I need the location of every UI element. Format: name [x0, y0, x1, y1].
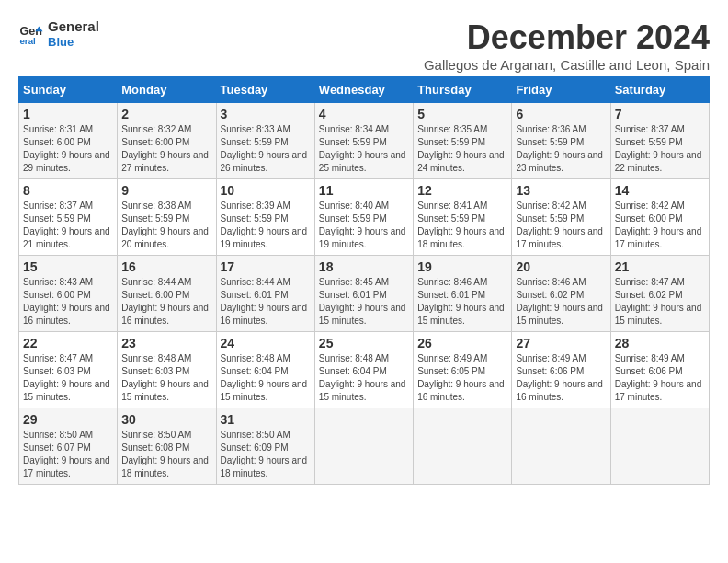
calendar-cell: 16 Sunrise: 8:44 AMSunset: 6:00 PMDaylig… — [118, 256, 216, 332]
calendar-cell: 24 Sunrise: 8:48 AMSunset: 6:04 PMDaylig… — [216, 332, 314, 408]
day-info: Sunrise: 8:47 AMSunset: 6:03 PMDaylight:… — [23, 352, 113, 404]
day-info: Sunrise: 8:48 AMSunset: 6:04 PMDaylight:… — [319, 352, 409, 404]
day-number: 17 — [221, 259, 311, 274]
calendar-cell: 30 Sunrise: 8:50 AMSunset: 6:08 PMDaylig… — [118, 408, 216, 485]
weekday-header-row: SundayMondayTuesdayWednesdayThursdayFrid… — [19, 77, 710, 103]
calendar-week-5: 29 Sunrise: 8:50 AMSunset: 6:07 PMDaylig… — [19, 408, 710, 485]
day-info: Sunrise: 8:39 AMSunset: 5:59 PMDaylight:… — [221, 200, 311, 251]
day-info: Sunrise: 8:33 AMSunset: 5:59 PMDaylight:… — [221, 123, 311, 175]
day-number: 18 — [319, 259, 409, 274]
calendar-week-1: 1 Sunrise: 8:31 AMSunset: 6:00 PMDayligh… — [19, 103, 710, 179]
calendar-cell: 21 Sunrise: 8:47 AMSunset: 6:02 PMDaylig… — [610, 256, 709, 332]
day-info: Sunrise: 8:50 AMSunset: 6:09 PMDaylight:… — [221, 429, 311, 480]
calendar-cell: 19 Sunrise: 8:46 AMSunset: 6:01 PMDaylig… — [414, 256, 512, 332]
calendar-cell — [314, 408, 413, 485]
day-number: 11 — [319, 183, 409, 198]
day-number: 20 — [516, 259, 606, 274]
day-number: 22 — [23, 336, 113, 350]
day-info: Sunrise: 8:49 AMSunset: 6:06 PMDaylight:… — [615, 352, 705, 404]
logo: Gen eral General Blue — [18, 18, 99, 50]
day-info: Sunrise: 8:49 AMSunset: 6:05 PMDaylight:… — [417, 352, 507, 404]
calendar-cell: 20 Sunrise: 8:46 AMSunset: 6:02 PMDaylig… — [512, 256, 610, 332]
day-number: 2 — [121, 107, 211, 121]
weekday-header-wednesday: Wednesday — [314, 77, 413, 103]
calendar-cell: 31 Sunrise: 8:50 AMSunset: 6:09 PMDaylig… — [216, 408, 314, 485]
calendar-cell: 6 Sunrise: 8:36 AMSunset: 5:59 PMDayligh… — [512, 103, 610, 179]
calendar-cell: 13 Sunrise: 8:42 AMSunset: 5:59 PMDaylig… — [512, 179, 610, 256]
day-number: 5 — [417, 107, 507, 121]
day-info: Sunrise: 8:49 AMSunset: 6:06 PMDaylight:… — [516, 352, 606, 404]
day-info: Sunrise: 8:44 AMSunset: 6:00 PMDaylight:… — [121, 276, 211, 327]
calendar-week-2: 8 Sunrise: 8:37 AMSunset: 5:59 PMDayligh… — [19, 179, 710, 256]
calendar-cell: 8 Sunrise: 8:37 AMSunset: 5:59 PMDayligh… — [19, 179, 118, 256]
day-info: Sunrise: 8:42 AMSunset: 6:00 PMDaylight:… — [615, 200, 705, 251]
calendar-cell: 9 Sunrise: 8:38 AMSunset: 5:59 PMDayligh… — [118, 179, 216, 256]
day-number: 4 — [319, 107, 409, 121]
logo-text: General Blue — [48, 18, 99, 50]
day-info: Sunrise: 8:34 AMSunset: 5:59 PMDaylight:… — [319, 123, 409, 175]
day-number: 24 — [221, 336, 311, 350]
day-info: Sunrise: 8:37 AMSunset: 5:59 PMDaylight:… — [23, 200, 113, 251]
day-number: 30 — [121, 412, 211, 427]
day-info: Sunrise: 8:50 AMSunset: 6:08 PMDaylight:… — [121, 429, 211, 480]
calendar-cell: 10 Sunrise: 8:39 AMSunset: 5:59 PMDaylig… — [216, 179, 314, 256]
day-number: 6 — [516, 107, 606, 121]
day-number: 29 — [23, 412, 113, 427]
day-info: Sunrise: 8:37 AMSunset: 5:59 PMDaylight:… — [615, 123, 705, 175]
calendar-cell: 5 Sunrise: 8:35 AMSunset: 5:59 PMDayligh… — [414, 103, 512, 179]
day-number: 21 — [615, 259, 705, 274]
calendar-cell: 17 Sunrise: 8:44 AMSunset: 6:01 PMDaylig… — [216, 256, 314, 332]
day-number: 12 — [417, 183, 507, 198]
day-number: 31 — [221, 412, 311, 427]
calendar-cell: 26 Sunrise: 8:49 AMSunset: 6:05 PMDaylig… — [414, 332, 512, 408]
weekday-header-sunday: Sunday — [19, 77, 118, 103]
calendar-week-4: 22 Sunrise: 8:47 AMSunset: 6:03 PMDaylig… — [19, 332, 710, 408]
day-info: Sunrise: 8:36 AMSunset: 5:59 PMDaylight:… — [516, 123, 606, 175]
weekday-header-monday: Monday — [118, 77, 216, 103]
day-info: Sunrise: 8:42 AMSunset: 5:59 PMDaylight:… — [516, 200, 606, 251]
day-info: Sunrise: 8:40 AMSunset: 5:59 PMDaylight:… — [319, 200, 409, 251]
calendar-cell: 7 Sunrise: 8:37 AMSunset: 5:59 PMDayligh… — [610, 103, 709, 179]
calendar-cell: 27 Sunrise: 8:49 AMSunset: 6:06 PMDaylig… — [512, 332, 610, 408]
day-number: 1 — [23, 107, 113, 121]
day-number: 27 — [516, 336, 606, 350]
day-number: 10 — [221, 183, 311, 198]
day-number: 3 — [221, 107, 311, 121]
calendar-cell: 25 Sunrise: 8:48 AMSunset: 6:04 PMDaylig… — [314, 332, 413, 408]
calendar-cell — [610, 408, 709, 485]
calendar-table: SundayMondayTuesdayWednesdayThursdayFrid… — [18, 76, 710, 485]
calendar-cell: 3 Sunrise: 8:33 AMSunset: 5:59 PMDayligh… — [216, 103, 314, 179]
calendar-cell: 1 Sunrise: 8:31 AMSunset: 6:00 PMDayligh… — [19, 103, 118, 179]
logo-icon: Gen eral — [18, 21, 44, 47]
day-info: Sunrise: 8:44 AMSunset: 6:01 PMDaylight:… — [221, 276, 311, 327]
calendar-cell: 12 Sunrise: 8:41 AMSunset: 5:59 PMDaylig… — [414, 179, 512, 256]
weekday-header-saturday: Saturday — [610, 77, 709, 103]
calendar-cell: 18 Sunrise: 8:45 AMSunset: 6:01 PMDaylig… — [314, 256, 413, 332]
day-number: 26 — [417, 336, 507, 350]
day-info: Sunrise: 8:48 AMSunset: 6:03 PMDaylight:… — [121, 352, 211, 404]
calendar-cell: 28 Sunrise: 8:49 AMSunset: 6:06 PMDaylig… — [610, 332, 709, 408]
day-info: Sunrise: 8:41 AMSunset: 5:59 PMDaylight:… — [417, 200, 507, 251]
day-number: 13 — [516, 183, 606, 198]
day-info: Sunrise: 8:45 AMSunset: 6:01 PMDaylight:… — [319, 276, 409, 327]
calendar-cell: 4 Sunrise: 8:34 AMSunset: 5:59 PMDayligh… — [314, 103, 413, 179]
day-number: 14 — [615, 183, 705, 198]
day-info: Sunrise: 8:46 AMSunset: 6:01 PMDaylight:… — [417, 276, 507, 327]
day-number: 19 — [417, 259, 507, 274]
calendar-cell — [414, 408, 512, 485]
weekday-header-friday: Friday — [512, 77, 610, 103]
day-info: Sunrise: 8:47 AMSunset: 6:02 PMDaylight:… — [615, 276, 705, 327]
day-number: 25 — [319, 336, 409, 350]
svg-text:eral: eral — [19, 36, 36, 46]
subtitle: Gallegos de Arganan, Castille and Leon, … — [424, 57, 710, 73]
day-info: Sunrise: 8:43 AMSunset: 6:00 PMDaylight:… — [23, 276, 113, 327]
calendar-cell: 14 Sunrise: 8:42 AMSunset: 6:00 PMDaylig… — [610, 179, 709, 256]
day-number: 28 — [615, 336, 705, 350]
day-number: 8 — [23, 183, 113, 198]
calendar-cell: 2 Sunrise: 8:32 AMSunset: 6:00 PMDayligh… — [118, 103, 216, 179]
calendar-cell: 23 Sunrise: 8:48 AMSunset: 6:03 PMDaylig… — [118, 332, 216, 408]
header: Gen eral General Blue December 2024 Gall… — [18, 18, 710, 73]
day-info: Sunrise: 8:46 AMSunset: 6:02 PMDaylight:… — [516, 276, 606, 327]
day-number: 9 — [121, 183, 211, 198]
weekday-header-thursday: Thursday — [414, 77, 512, 103]
